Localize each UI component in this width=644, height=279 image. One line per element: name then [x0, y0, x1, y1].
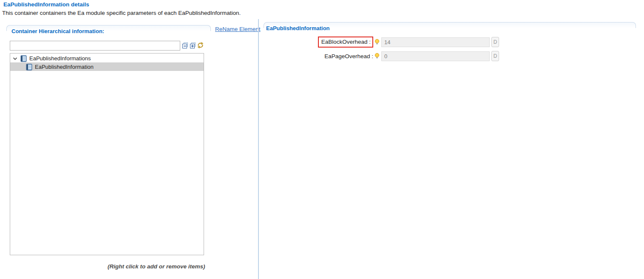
field-label-cell: EaBlockOverhead : — [264, 37, 373, 48]
tree-item-label: EaPublishedInformations — [29, 55, 91, 62]
left-section-title: Container Hierarchical information: — [11, 28, 104, 34]
tree-row-eapublishedinformation[interactable]: EaPublishedInformation — [10, 62, 204, 71]
field-row-eablockoverhead: EaBlockOverhead : D — [264, 37, 499, 48]
lightbulb-icon — [374, 39, 380, 45]
field-label-cell: EaPageOverhead : — [264, 53, 373, 59]
container-tree: EaPublishedInformations EaPublishedInfor… — [10, 53, 204, 255]
rename-element-link[interactable]: ReName Element — [215, 26, 261, 32]
highlight-box: EaBlockOverhead : — [318, 37, 373, 48]
container-icon — [26, 64, 32, 70]
tree-filter-input[interactable] — [10, 41, 180, 51]
tree-item-label: EaPublishedInformation — [35, 64, 94, 70]
chevron-down-icon[interactable] — [13, 56, 17, 61]
page-description: This container containers the Ea module … — [2, 10, 241, 16]
expand-all-icon[interactable] — [190, 42, 196, 49]
refresh-icon[interactable] — [197, 42, 204, 48]
container-icon — [20, 55, 27, 62]
panel-divider — [258, 19, 259, 279]
field-label: EaBlockOverhead : — [321, 39, 371, 45]
field-label: EaPageOverhead : — [324, 53, 373, 59]
set-default-button[interactable]: D — [491, 37, 499, 47]
collapse-all-icon[interactable] — [182, 42, 189, 49]
right-section-title: EaPublishedInformation — [266, 25, 330, 31]
field-row-eapageoverhead: EaPageOverhead : D — [264, 51, 499, 62]
lightbulb-icon — [374, 53, 380, 59]
eablockoverhead-value-input[interactable] — [381, 37, 490, 47]
tree-row-eapublishedinformations[interactable]: EaPublishedInformations — [10, 54, 204, 62]
eapageoverhead-value-input[interactable] — [381, 51, 490, 61]
page-title: EaPublishedInformation details — [3, 1, 89, 8]
tree-hint-text: (Right click to add or remove items) — [108, 263, 205, 270]
set-default-button[interactable]: D — [491, 51, 499, 61]
